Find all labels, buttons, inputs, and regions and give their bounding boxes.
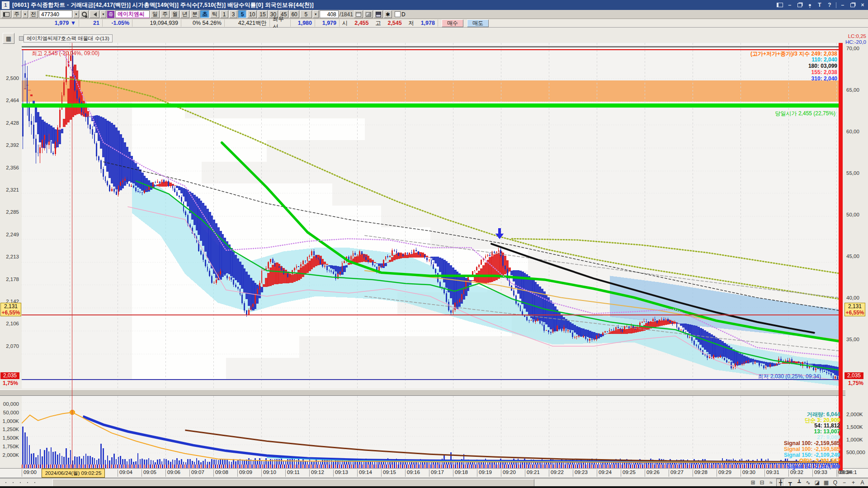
zoom-in-icon[interactable]: + bbox=[849, 479, 857, 486]
code-input[interactable]: 477340 bbox=[39, 10, 72, 18]
restore-icon[interactable] bbox=[849, 2, 856, 9]
time-axis-label: 09:09 bbox=[237, 469, 252, 477]
pane-splitter[interactable] bbox=[0, 389, 845, 396]
overlay-chart-icon[interactable] bbox=[364, 10, 373, 18]
layout-grid-icon[interactable]: ▦ bbox=[3, 33, 14, 44]
stock-name-field[interactable]: 에이치엠씨 bbox=[115, 10, 150, 18]
compare-chart-icon[interactable] bbox=[354, 10, 363, 18]
overlay-legend-line: 155: 2,038 bbox=[811, 69, 837, 75]
volume-legend-line: Signal 100: -2,159,585 bbox=[784, 446, 840, 452]
eraser-icon[interactable]: ◪ bbox=[813, 479, 821, 486]
buy-button[interactable]: 매수 bbox=[442, 19, 463, 27]
interval-button-5[interactable]: 5 bbox=[238, 10, 246, 18]
low-value: 1,978 bbox=[421, 20, 435, 26]
zoom-select[interactable]: 5 bbox=[300, 10, 312, 18]
time-axis-label: 09:20 bbox=[501, 469, 516, 477]
volume-left-axis-tick: 1,500K bbox=[0, 435, 19, 441]
stock-class-dropdown-icon[interactable]: ▼ bbox=[22, 10, 28, 18]
compare-chart-icon[interactable]: ≈ bbox=[767, 479, 775, 486]
chart-tab-title[interactable]: 에이치엠씨제7호스팩 매물대 수(13) bbox=[24, 34, 113, 42]
save-icon[interactable] bbox=[374, 10, 383, 18]
close-icon[interactable]: × bbox=[859, 2, 866, 9]
price-change-pct: -1.05% bbox=[103, 19, 132, 27]
low-label: 저 bbox=[408, 19, 414, 27]
dock-toggle-icon[interactable] bbox=[1, 10, 11, 18]
minimize-icon[interactable]: – bbox=[839, 2, 846, 9]
font-size-icon[interactable]: T bbox=[816, 2, 823, 9]
help-icon[interactable]: ? bbox=[826, 2, 833, 9]
zoom-select-dropdown-icon[interactable]: ▼ bbox=[313, 10, 319, 18]
scrollbar-dot bbox=[20, 482, 21, 483]
duplicate-window-icon[interactable] bbox=[796, 2, 803, 9]
scrollbar-thumb[interactable] bbox=[52, 479, 534, 487]
add-pane-icon[interactable]: ⊞ bbox=[749, 479, 757, 486]
time-axis-label: 09:24 bbox=[597, 469, 612, 477]
amount-value: 42,421백만 bbox=[225, 19, 270, 27]
main-left-axis-tick: 2,285 bbox=[0, 209, 19, 215]
interval-button-10[interactable]: 10 bbox=[247, 10, 257, 18]
low-pct-left: 1,75% bbox=[3, 380, 18, 386]
code-dropdown-icon[interactable]: ▼ bbox=[73, 10, 79, 18]
dock-window-icon[interactable] bbox=[776, 2, 783, 9]
text-tool-icon[interactable]: A bbox=[859, 479, 866, 486]
hc-label: HC:-20,0 bbox=[845, 39, 866, 45]
pin-icon[interactable] bbox=[806, 2, 813, 9]
main-left-axis-tick: 2,356 bbox=[0, 165, 19, 170]
settings-gear-icon[interactable]: ✱ bbox=[384, 10, 392, 18]
volume-legend-line: Signal 24: -2,247,799 bbox=[787, 464, 840, 470]
time-axis-label: 09:26 bbox=[645, 469, 660, 477]
title-bar: 1 [0601] 주식종합차트 - 거래대금[42,417(백만)] 시가총액[… bbox=[0, 0, 868, 10]
stock-class-button[interactable]: 주 bbox=[12, 10, 21, 18]
volume-right-axis-tick: 500,000 bbox=[846, 450, 865, 455]
scrollbar-dot bbox=[5, 482, 6, 483]
period-button-일[interactable]: 일 bbox=[151, 10, 160, 18]
main-right-axis-tick: 50,00 bbox=[846, 212, 859, 217]
chart-tools: ⊞⊟≈╋┳┻∿◪▦Q−+A bbox=[749, 479, 866, 487]
crosshair-icon[interactable]: ╋ bbox=[776, 479, 785, 487]
interval-button-15[interactable]: 15 bbox=[258, 10, 267, 18]
minimize-pane-icon[interactable]: – bbox=[786, 2, 793, 9]
low-pct-right: 1,75% bbox=[848, 380, 863, 386]
day-high-annotation: 최고 2,545 (-20,04%, 09:00) bbox=[32, 50, 99, 57]
interval-button-3[interactable]: 3 bbox=[229, 10, 237, 18]
resistance-line-icon[interactable]: ┳ bbox=[786, 479, 794, 486]
period-button-월[interactable]: 월 bbox=[170, 10, 179, 18]
time-axis-label: 09:12 bbox=[309, 469, 324, 477]
quote-row: 1,979 ▼ 21 -1.05% 19,094,939 0% 54.26% 4… bbox=[0, 19, 868, 28]
zoom-icon[interactable]: Q bbox=[831, 479, 839, 486]
open-label: 시 bbox=[342, 19, 348, 27]
main-left-axis-tick: 2,428 bbox=[0, 120, 19, 126]
sound-icon[interactable] bbox=[90, 10, 99, 18]
prev-stock-button[interactable]: 전 bbox=[29, 10, 38, 18]
main-price-chart[interactable] bbox=[22, 43, 839, 389]
sound-dropdown-icon[interactable]: ▼ bbox=[100, 10, 106, 18]
scrollbar-dot bbox=[34, 482, 35, 483]
period-button-년[interactable]: 년 bbox=[180, 10, 189, 18]
bar-position-input[interactable]: 408 bbox=[320, 10, 339, 18]
period-button-초[interactable]: 초 bbox=[200, 10, 209, 18]
interval-button-60[interactable]: 60 bbox=[289, 10, 299, 18]
time-axis-label: 09:18 bbox=[453, 469, 468, 477]
high-value: 2,545 bbox=[387, 20, 401, 26]
d-checkbox[interactable] bbox=[395, 11, 401, 17]
search-icon[interactable] bbox=[80, 10, 89, 18]
period-button-분[interactable]: 분 bbox=[190, 10, 199, 18]
time-axis-label: 09:11 bbox=[285, 469, 300, 477]
crosshair-datetime-box: 2024/06/24(월) 09:02:25 bbox=[42, 469, 105, 478]
merge-pane-icon[interactable]: ⊟ bbox=[758, 479, 766, 486]
time-axis-label: 09:28 bbox=[693, 469, 708, 477]
volume-right-axis-tick: 1,000K bbox=[846, 437, 863, 442]
trendline-icon[interactable]: ∿ bbox=[804, 479, 812, 486]
grid-icon[interactable]: ▦ bbox=[822, 479, 830, 486]
sell-button[interactable]: 매도 bbox=[467, 19, 489, 27]
horizontal-scrollbar[interactable]: ⊞⊟≈╋┳┻∿◪▦Q−+A bbox=[0, 478, 868, 487]
main-left-axis-tick: 2,321 bbox=[0, 187, 19, 192]
support-line-icon[interactable]: ┻ bbox=[795, 479, 803, 486]
period-button-주[interactable]: 주 bbox=[160, 10, 170, 18]
time-axis-label: 09:32 bbox=[788, 469, 803, 477]
zoom-out-icon[interactable]: − bbox=[840, 479, 848, 486]
interval-button-1[interactable]: 1 bbox=[220, 10, 228, 18]
period-button-틱[interactable]: 틱 bbox=[210, 10, 219, 18]
chart-area: ▦ 에이치엠씨제7호스팩 매물대 수(13) LC:0,25 HC:-20,0 … bbox=[0, 28, 868, 478]
volume-obv-chart[interactable] bbox=[22, 396, 839, 465]
